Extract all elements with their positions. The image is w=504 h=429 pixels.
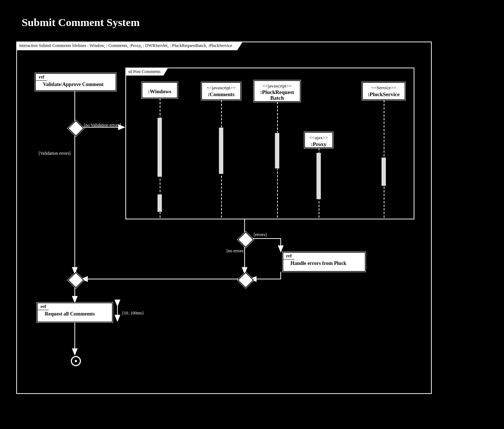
guard-validation-errors: [Validation errors] <box>39 151 70 156</box>
lifeline-name: :Comments <box>203 91 239 98</box>
activation-service <box>381 157 386 186</box>
page-title: Submit Comment System <box>22 16 140 29</box>
lifeline-pluckrequestbatch: <<javascript>> :PluckRequest Batch <box>254 80 301 102</box>
guard-no-validation-errors: [no Validation errors] <box>84 123 121 128</box>
ref-handle-errors: ref Handle errors from Pluck <box>283 252 366 272</box>
lifeline-name: :PluckService <box>364 91 403 98</box>
timing-10-100ms: {10..100ms} <box>122 310 144 316</box>
msg-json: <<json>> <box>342 186 359 192</box>
lifeline-stereo: <<javascript>> <box>256 83 298 89</box>
decision-errors <box>237 231 254 248</box>
activation-prb <box>275 133 280 169</box>
lifeline-stereo: <<javascript>> <box>203 85 239 91</box>
ref-request-all-comments: ref Request all Commemts <box>37 303 113 322</box>
msg-post-comments-1: Post_comments() <box>172 124 203 129</box>
lifeline-windows: :Windows <box>142 82 178 98</box>
interaction-frame-header: interaction Submit Comments lifelines : … <box>17 42 242 50</box>
lifeline-stereo: <<ajax>> <box>306 135 331 141</box>
merge-errors-path <box>237 272 254 288</box>
msg-ajax: <<ajax>> <box>290 153 307 158</box>
sd-frame-tab: sd Post Comments <box>126 68 168 76</box>
msg-begin-request: BeginRequest() <box>234 129 261 135</box>
activation-comments <box>219 127 224 174</box>
guard-errors: [errors] <box>254 232 267 237</box>
timing-1s-4s: [1s..4s] <box>140 196 152 201</box>
lifeline-pluckservice: <<Service>> :PluckService <box>362 82 405 100</box>
interaction-frame: interaction Submit Comments lifelines : … <box>16 42 432 394</box>
lifeline-stereo: <<Service>> <box>364 85 403 91</box>
activation-windows-1 <box>157 117 162 177</box>
msg-callback-in: <<callback>> <box>131 113 155 118</box>
lifeline-name: :Proxy <box>306 141 331 147</box>
lifeline-name: :Windows <box>144 89 176 95</box>
merge-validation-path <box>68 272 84 288</box>
flow-final-node <box>71 356 81 366</box>
decision-validation <box>68 120 84 136</box>
lifeline-comments: <<javascript>> :Comments <box>201 82 241 100</box>
msg-create: <<create>> <box>283 134 303 139</box>
msg-callback-return: <<callback>> <box>219 198 244 204</box>
msg-post-comments-2: Post_comments() <box>331 154 362 160</box>
activation-proxy <box>316 153 321 200</box>
guard-no-errors: [no errors] <box>227 248 245 254</box>
ref-validate-approve: ref Validate/Approve Comment <box>35 73 116 91</box>
activation-windows-2 <box>157 194 162 212</box>
lifeline-name: :PluckRequest Batch <box>256 90 298 101</box>
lifeline-proxy: <<ajax>> :Proxy <box>304 132 333 148</box>
